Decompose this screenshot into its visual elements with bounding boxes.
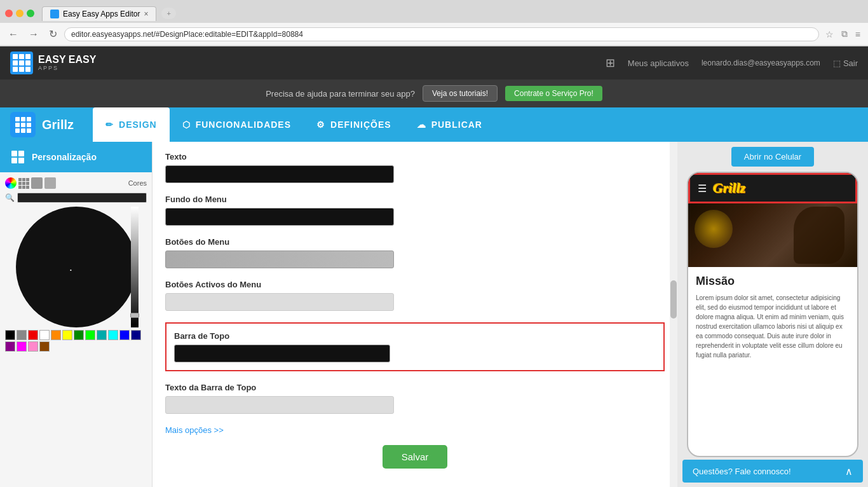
swatch-navy[interactable] — [131, 330, 141, 340]
swatch-purple[interactable] — [5, 341, 15, 352]
scrollbar-thumb[interactable] — [670, 280, 677, 319]
close-dot[interactable] — [5, 10, 13, 17]
editor-panel: Texto Fundo do Menu Botões do Menu Botõe… — [153, 142, 677, 487]
maximize-dot[interactable] — [27, 10, 34, 17]
field-botoes-activos-label: Botões Activos do Menu — [165, 280, 665, 289]
questions-bar[interactable]: Questões? Fale connosco! ∧ — [682, 460, 863, 483]
logo-grid — [13, 54, 31, 72]
chevron-up-icon[interactable]: ∧ — [845, 465, 853, 477]
questions-text: Questões? Fale connosco! — [693, 467, 791, 476]
swatch-magenta[interactable] — [17, 341, 27, 352]
forward-button[interactable]: → — [25, 27, 42, 41]
swatch-cyan[interactable] — [108, 330, 118, 340]
brightness-slider[interactable] — [131, 207, 140, 327]
color-picker-area[interactable] — [13, 207, 140, 327]
phone-hero-image — [688, 203, 857, 267]
tab-design[interactable]: ✏ DESIGN — [93, 107, 170, 142]
swatch-green[interactable] — [74, 330, 84, 340]
tab-definicoes[interactable]: ⚙ DEFINIÇÕES — [304, 107, 404, 142]
color-grid-icon[interactable] — [18, 178, 29, 189]
func-icon: ⬡ — [182, 120, 191, 130]
tutorials-button[interactable]: Veja os tutoriais! — [423, 85, 498, 102]
color-bar-barra-topo[interactable] — [174, 345, 390, 362]
app-header-right: ⊞ Meus aplicativos leonardo.dias@easyeas… — [606, 56, 858, 70]
color-bar-fundo-menu[interactable] — [165, 208, 394, 226]
pub-label: PUBLICAR — [431, 120, 482, 130]
tab-funcionalidades[interactable]: ⬡ FUNCIONALIDADES — [170, 107, 304, 142]
image-icon[interactable] — [31, 177, 43, 189]
app-name-area: Grillz — [10, 112, 74, 137]
field-botoes-activos: Botões Activos do Menu — [165, 280, 665, 311]
phone-content: Missão Lorem ipsum dolor sit amet, conse… — [688, 267, 857, 367]
browser-tab[interactable]: Easy Easy Apps Editor × — [42, 6, 156, 21]
app-icon-grid — [15, 117, 31, 133]
swatch-pink[interactable] — [28, 341, 38, 352]
logo-icon — [10, 51, 33, 74]
address-bar[interactable] — [64, 27, 819, 41]
sair-button[interactable]: ⬚ Sair — [833, 58, 858, 68]
svg-rect-2 — [11, 158, 17, 163]
svg-rect-3 — [18, 158, 24, 163]
logo-cell — [25, 67, 31, 72]
meus-apps-link[interactable]: Meus aplicativos — [628, 58, 689, 68]
swatch-gray[interactable] — [17, 330, 27, 340]
swatch-lime[interactable] — [85, 330, 95, 340]
abrir-celular-button[interactable]: Abrir no Celular — [731, 147, 814, 167]
swatch-orange[interactable] — [51, 330, 61, 340]
swatch-black[interactable] — [5, 330, 15, 340]
logo-cell — [25, 54, 31, 59]
logo-cell — [19, 54, 24, 59]
logo-cell — [19, 60, 24, 65]
sidebar-personalizacao-label: Personalização — [32, 152, 97, 162]
new-tab-btn[interactable]: + — [161, 8, 175, 19]
color-bar-botoes-activos[interactable] — [165, 293, 394, 311]
tab-publicar[interactable]: ☁ PUBLICAR — [404, 107, 495, 142]
palette-icon[interactable] — [44, 177, 56, 189]
swatch-white[interactable] — [39, 330, 50, 340]
color-panel: Cores 🔍 — [0, 172, 152, 359]
def-icon: ⚙ — [316, 120, 325, 130]
field-fundo-menu: Fundo do Menu — [165, 195, 665, 226]
pro-button[interactable]: Contrate o Serviço Pro! — [505, 86, 602, 101]
apps-grid-icon[interactable]: ⊞ — [606, 56, 615, 70]
color-search-row: 🔍 — [5, 193, 147, 203]
swatch-blue[interactable] — [119, 330, 130, 340]
color-bar-botoes-menu[interactable] — [165, 250, 394, 268]
main-area: Personalização Cores 🔍 — [0, 142, 868, 487]
sair-icon: ⬚ — [833, 58, 841, 68]
hamburger-icon[interactable]: ☰ — [698, 182, 707, 195]
field-texto: Texto — [165, 152, 665, 183]
bookmark-icon[interactable]: ☆ — [823, 27, 836, 41]
swatch-teal[interactable] — [97, 330, 107, 340]
mais-opcoes-link[interactable]: Mais opções >> — [165, 425, 224, 435]
color-swatches — [5, 327, 147, 354]
swatch-yellow[interactable] — [62, 330, 72, 340]
window-icon[interactable]: ⧉ — [839, 27, 850, 41]
grillz-app-name: Grillz — [713, 180, 745, 196]
back-button[interactable]: ← — [5, 27, 22, 41]
sidebar-item-personalizacao[interactable]: Personalização — [0, 142, 152, 172]
missao-text: Lorem ipsum dolor sit amet, consectetur … — [696, 293, 850, 360]
color-wheel-icon[interactable] — [5, 177, 17, 189]
barra-topo-section: Barra de Topo — [165, 322, 665, 371]
swatch-red[interactable] — [28, 330, 38, 340]
color-bar-texto-barra-topo[interactable] — [165, 396, 394, 414]
logo-cell — [19, 67, 24, 72]
color-circle-picker[interactable] — [16, 207, 137, 327]
swatch-brown[interactable] — [39, 341, 50, 352]
color-search-input[interactable] — [17, 193, 147, 203]
refresh-button[interactable]: ↻ — [46, 27, 60, 41]
design-icon: ✏ — [105, 120, 114, 130]
editor-scrollbar[interactable] — [670, 142, 677, 487]
salvar-button[interactable]: Salvar — [383, 445, 448, 469]
logo-sub: APPS — [38, 65, 96, 71]
menu-icon[interactable]: ≡ — [853, 27, 863, 41]
tab-label: Easy Easy Apps Editor — [63, 10, 140, 18]
minimize-dot[interactable] — [16, 10, 24, 17]
tab-close-icon[interactable]: × — [144, 10, 148, 18]
app-name: Grillz — [42, 118, 74, 132]
color-bar-texto[interactable] — [165, 165, 394, 183]
image-light — [695, 210, 733, 248]
svg-rect-0 — [11, 151, 17, 156]
field-fundo-menu-label: Fundo do Menu — [165, 195, 665, 204]
